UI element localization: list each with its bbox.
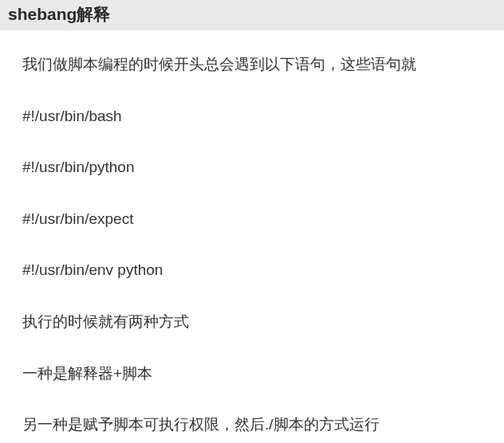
section-heading: shebang解释 [0, 0, 504, 30]
intro-paragraph: 我们做脚本编程的时候开头总会遇到以下语句，这些语句就 [22, 54, 504, 76]
execution-mode-2: 另一种是赋予脚本可执行权限，然后./脚本的方式运行 [22, 414, 504, 436]
shebang-example-env-python: #!/usr/bin/env python [22, 260, 504, 281]
shebang-example-python: #!/usr/bin/python [22, 157, 504, 178]
shebang-example-bash: #!/usr/bin/bash [22, 106, 504, 127]
shebang-example-expect: #!/usr/bin/expect [22, 209, 504, 230]
execution-modes-intro: 执行的时候就有两种方式 [22, 312, 504, 333]
execution-mode-1: 一种是解释器+脚本 [22, 363, 504, 385]
article-body: 我们做脚本编程的时候开头总会遇到以下语句，这些语句就 #!/usr/bin/ba… [0, 54, 504, 436]
